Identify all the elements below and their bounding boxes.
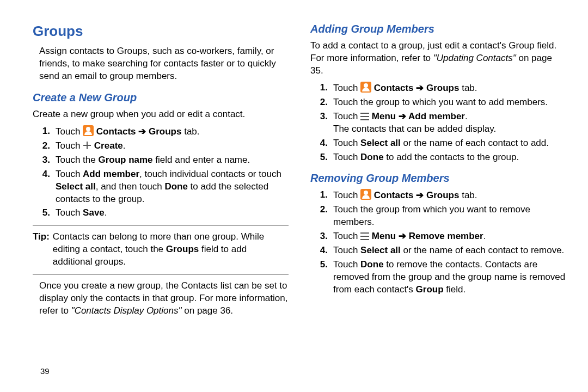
step-number: 1. — [318, 189, 328, 201]
list-item: 1. Touch Contacts ➔ Groups tab. — [318, 189, 566, 202]
step-number: 5. — [318, 151, 328, 164]
step-text: Touch Contacts ➔ Groups tab. — [56, 125, 289, 138]
list-item: 4. Touch Select all or the name of each … — [318, 244, 566, 257]
list-item: 5. Touch Save. — [40, 207, 289, 219]
step-number: 3. — [318, 111, 328, 123]
list-item: 3. Touch Menu ➔ Add member. The contacts… — [318, 111, 566, 136]
step-text: Touch Select all or the name of each con… — [333, 244, 566, 257]
list-item: 4. Touch Add member, touch individual co… — [40, 168, 289, 206]
step-text: Touch the group from which you want to r… — [333, 204, 566, 229]
step-number: 3. — [40, 154, 50, 167]
step-text: Touch Done to add the contacts to the gr… — [333, 151, 566, 164]
step-text: Touch Menu ➔ Remove member. — [333, 230, 566, 243]
step-number: 5. — [318, 259, 328, 271]
contacts-icon — [360, 189, 371, 200]
list-item: 5. Touch Done to add the contacts to the… — [318, 151, 566, 164]
tip-label: Tip: — [33, 231, 50, 268]
step-text: Touch Add member, touch individual conta… — [56, 168, 289, 206]
step-number: 4. — [318, 244, 328, 257]
contacts-icon — [83, 125, 94, 136]
step-text: Touch Menu ➔ Add member. The contacts th… — [333, 111, 566, 136]
list-item: 2. Touch Create. — [40, 140, 289, 152]
step-number: 1. — [40, 125, 50, 138]
list-item: 2. Touch the group to which you want to … — [318, 96, 566, 109]
create-steps: 1. Touch Contacts ➔ Groups tab. 2. Touch… — [40, 125, 289, 220]
step-number: 5. — [40, 207, 50, 219]
add-intro: To add a contact to a group, just edit a… — [310, 40, 566, 77]
list-item: 3. Touch the Group name field and enter … — [40, 154, 289, 167]
subheading-create-group: Create a New Group — [33, 90, 289, 105]
step-number: 2. — [318, 96, 328, 109]
divider — [33, 225, 289, 225]
left-column: Groups Assign contacts to Groups, such a… — [33, 22, 289, 322]
list-item: 5. Touch Done to remove the contacts. Co… — [318, 259, 566, 296]
remove-steps: 1. Touch Contacts ➔ Groups tab. 2. Touch… — [318, 189, 566, 296]
subheading-removing-members: Removing Group Members — [310, 171, 566, 186]
contacts-icon — [360, 82, 371, 93]
divider — [33, 274, 289, 274]
step-number: 4. — [318, 137, 328, 150]
menu-icon — [360, 113, 369, 120]
page-number: 39 — [40, 366, 50, 377]
step-number: 4. — [40, 168, 50, 181]
subheading-adding-members: Adding Group Members — [310, 22, 566, 36]
step-text: Touch Save. — [56, 207, 289, 219]
add-steps: 1. Touch Contacts ➔ Groups tab. 2. Touch… — [318, 82, 566, 164]
step-number: 1. — [318, 82, 328, 94]
closing-text: Once you create a new group, the Contact… — [39, 280, 289, 317]
step-number: 3. — [318, 230, 328, 243]
list-item: 1. Touch Contacts ➔ Groups tab. — [318, 82, 566, 95]
create-intro: Create a new group when you add or edit … — [33, 108, 289, 121]
tip-block: Tip: Contacts can belong to more than on… — [33, 231, 289, 268]
list-item: 1. Touch Contacts ➔ Groups tab. — [40, 125, 289, 138]
plus-icon — [83, 141, 91, 150]
list-item: 2. Touch the group from which you want t… — [318, 204, 566, 229]
step-number: 2. — [40, 140, 50, 152]
intro-text: Assign contacts to Groups, such as co-wo… — [39, 45, 289, 83]
step-text: Touch Done to remove the contacts. Conta… — [333, 259, 566, 296]
list-item: 4. Touch Select all or the name of each … — [318, 137, 566, 150]
manual-page: Groups Assign contacts to Groups, such a… — [0, 0, 588, 333]
tip-text: Contacts can belong to more than one gro… — [53, 231, 289, 268]
step-text: Touch Contacts ➔ Groups tab. — [333, 82, 566, 95]
step-text: Touch Create. — [56, 140, 289, 152]
step-text: Touch Select all or the name of each con… — [333, 137, 566, 150]
step-text: Touch the Group name field and enter a n… — [56, 154, 289, 167]
menu-icon — [360, 232, 369, 240]
step-text: Touch Contacts ➔ Groups tab. — [333, 189, 566, 202]
list-item: 3. Touch Menu ➔ Remove member. — [318, 230, 566, 243]
right-column: Adding Group Members To add a contact to… — [310, 22, 566, 322]
step-number: 2. — [318, 204, 328, 216]
heading-groups: Groups — [33, 22, 289, 41]
step-text: Touch the group to which you want to add… — [333, 96, 566, 109]
